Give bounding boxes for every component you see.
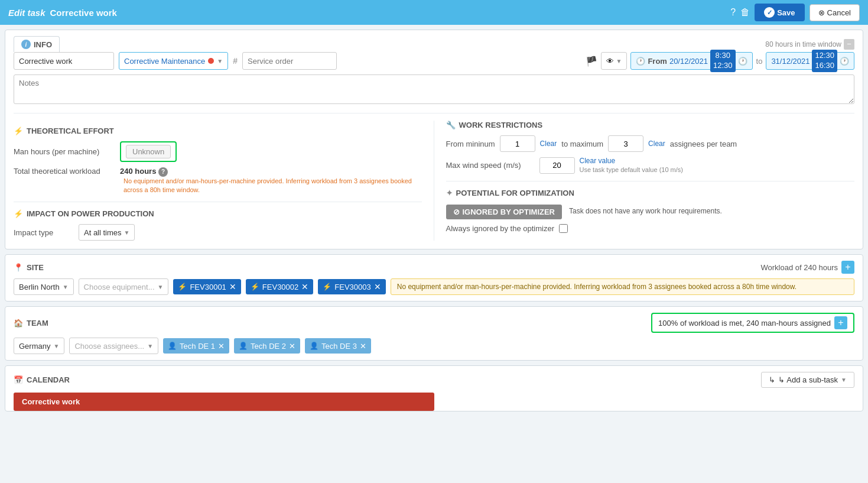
equipment-tag-2: ⚡ FEV30002 ✕ <box>246 279 313 294</box>
total-workload-row: Total theoretical workload 240 hours ? N… <box>14 167 422 195</box>
category-dropdown[interactable]: Corrective Maintenance ▼ <box>119 52 228 70</box>
add-subtask-label: ↳ Add a sub-task <box>778 375 838 384</box>
remove-equipment-1[interactable]: ✕ <box>229 282 236 291</box>
total-workload-label: Total theoretical workload <box>14 167 114 176</box>
person-icon-3: 👤 <box>310 342 318 350</box>
site-dropdown[interactable]: Berlin North ▼ <box>14 278 74 295</box>
always-ignored-label: Always ignored by the optimizer <box>446 224 555 233</box>
left-column: ⚡ THEORETICAL EFFORT Man hours (per mach… <box>14 121 434 241</box>
optimizer-content: ⊘ IGNORED BY OPTIMIZER Task does not hav… <box>446 205 855 219</box>
info-tooltip-icon[interactable]: ? <box>158 167 168 177</box>
equipment-chevron: ▼ <box>158 284 164 290</box>
lightning-icon-1: ⚡ <box>178 283 187 291</box>
info-section: i INFO 80 hours in time window − Correct… <box>5 30 863 249</box>
total-workload-value-area: 240 hours ? No equipment and/or man-hour… <box>120 167 422 195</box>
impact-type-value: At all times <box>84 228 122 237</box>
assignee-label-3: Tech DE 3 <box>321 342 357 351</box>
max-wind-label: Max wind speed (m/s) <box>446 161 535 170</box>
to-date[interactable]: 31/12/2021 <box>771 57 810 66</box>
man-hours-row: Man hours (per machine) Unknown <box>14 141 422 162</box>
add-subtask-button[interactable]: ↳ ↳ Add a sub-task ▼ <box>761 372 854 388</box>
equipment-dropdown[interactable]: Choose equipment... ▼ <box>79 278 169 295</box>
remove-equipment-3[interactable]: ✕ <box>374 282 381 291</box>
max-value-input[interactable] <box>608 135 643 152</box>
country-chevron: ▼ <box>53 343 59 349</box>
wind-value-input[interactable] <box>539 157 575 174</box>
assignee-tag-1: 👤 Tech DE 1 ✕ <box>163 338 229 354</box>
remove-assignee-3[interactable]: ✕ <box>360 342 366 351</box>
service-order-input[interactable] <box>242 52 337 70</box>
calendar-section: 📅 CALENDAR ↳ ↳ Add a sub-task ▼ Correcti… <box>5 365 863 411</box>
from-date[interactable]: 20/12/2021 <box>669 57 708 66</box>
site-value: Berlin North <box>19 283 60 291</box>
man-hours-unknown-button[interactable]: Unknown <box>126 145 171 158</box>
country-dropdown[interactable]: Germany ▼ <box>14 338 64 354</box>
top-header: Edit task Corrective work ? 🗑 ✓ Save ⊗ C… <box>0 0 868 25</box>
equipment-tag-label-1: FEV30001 <box>190 283 226 291</box>
delete-button[interactable]: 🗑 <box>740 7 750 18</box>
impact-type-dropdown[interactable]: At all times ▼ <box>79 224 135 241</box>
to-time-top: 12:30 <box>815 51 834 61</box>
remove-equipment-2[interactable]: ✕ <box>301 282 308 291</box>
work-restrictions: 🔧 WORK RESTRICTIONS From mininum Clear t… <box>446 121 855 174</box>
assignees-label: assignees per team <box>670 140 737 148</box>
task-name-input[interactable] <box>14 52 114 70</box>
sparkle-icon: ✦ <box>446 189 453 197</box>
min-value-input[interactable] <box>500 135 535 152</box>
minimize-button[interactable]: − <box>844 39 854 50</box>
team-row: Germany ▼ Choose assignees... ▼ 👤 Tech D… <box>14 338 854 354</box>
eye-icon: 👁 <box>606 57 614 66</box>
house-icon: 🏠 <box>14 319 23 328</box>
from-clock-icon2: 🕐 <box>738 57 747 66</box>
ignored-label: IGNORED BY OPTIMIZER <box>463 208 555 216</box>
clear-min-link[interactable]: Clear <box>540 140 557 148</box>
work-restrictions-title: WORK RESTRICTIONS <box>459 121 543 129</box>
info-top-row: Corrective Maintenance ▼ # 🏴 👁 ▼ 🕐 From … <box>14 52 854 70</box>
total-hours-value: 240 hours <box>120 167 156 176</box>
clear-max-link[interactable]: Clear <box>648 140 665 148</box>
man-hours-label: Man hours (per machine) <box>14 147 114 156</box>
save-button[interactable]: ✓ Save <box>755 4 804 21</box>
always-ignored-checkbox[interactable] <box>559 224 568 233</box>
add-team-button[interactable]: + <box>834 316 847 329</box>
category-label: Corrective Maintenance <box>124 57 205 66</box>
from-time-badge[interactable]: 8:30 12:30 <box>710 50 736 72</box>
assignees-dropdown[interactable]: Choose assignees... ▼ <box>69 338 158 354</box>
clear-value-link[interactable]: Clear value <box>580 157 683 165</box>
impact-title: IMPACT ON POWER PRODUCTION <box>27 209 154 218</box>
category-chevron: ▼ <box>217 58 223 64</box>
theoretical-effort: ⚡ THEORETICAL EFFORT Man hours (per mach… <box>14 127 422 195</box>
remove-assignee-1[interactable]: ✕ <box>218 342 225 351</box>
site-title: 📍 SITE <box>14 263 44 272</box>
notes-textarea[interactable] <box>14 74 854 104</box>
clock-icon: 🕐 <box>636 57 645 66</box>
wind-speed-row: Max wind speed (m/s) Clear value Use tas… <box>446 157 855 174</box>
effort-title: ⚡ THEORETICAL EFFORT <box>14 127 422 135</box>
cancel-button[interactable]: ⊗ Cancel <box>810 4 860 21</box>
info-tab[interactable]: i INFO <box>14 36 60 52</box>
eye-dropdown-button[interactable]: 👁 ▼ <box>601 52 628 70</box>
help-button[interactable]: ? <box>730 7 736 18</box>
site-chevron: ▼ <box>63 284 69 290</box>
equipment-placeholder: Choose equipment... <box>84 283 155 291</box>
equipment-tag-label-2: FEV30002 <box>262 283 298 291</box>
impact-section: ⚡ IMPACT ON POWER PRODUCTION Impact type… <box>14 202 422 241</box>
man-hours-highlighted-box: Unknown <box>120 141 177 162</box>
wrench-icon: 🔧 <box>446 121 456 129</box>
from-time-bottom: 12:30 <box>713 61 733 71</box>
to-time-bottom: 16:30 <box>815 61 834 71</box>
header-right: ? 🗑 ✓ Save ⊗ Cancel <box>730 4 860 21</box>
hash-symbol: # <box>233 56 238 66</box>
to-time-badge[interactable]: 12:30 16:30 <box>812 50 837 72</box>
impact-type-row: Impact type At all times ▼ <box>14 224 422 241</box>
site-header-row: 📍 SITE Workload of 240 hours + <box>14 261 854 274</box>
workload-met-label: 100% of workload is met, 240 man-hours a… <box>658 319 831 328</box>
to-datetime: 31/12/2021 12:30 16:30 🕐 <box>766 52 854 70</box>
team-header-row: 🏠 TEAM 100% of workload is met, 240 man-… <box>14 313 854 333</box>
add-subtask-chevron: ▼ <box>841 377 847 383</box>
remove-assignee-2[interactable]: ✕ <box>289 342 295 351</box>
add-equipment-button[interactable]: + <box>841 261 854 274</box>
info-two-col: ⚡ THEORETICAL EFFORT Man hours (per mach… <box>14 121 854 241</box>
assignee-tag-3: 👤 Tech DE 3 ✕ <box>305 338 371 354</box>
site-row: Berlin North ▼ Choose equipment... ▼ ⚡ F… <box>14 278 854 295</box>
